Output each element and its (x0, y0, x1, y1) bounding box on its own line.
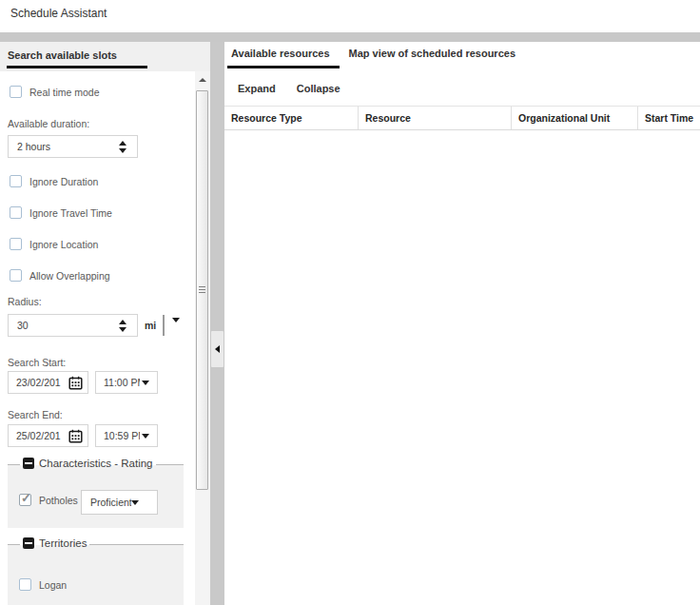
logan-row: Logan (19, 578, 67, 591)
radius-spinner-buttons[interactable] (119, 320, 126, 332)
spinner-up-icon[interactable] (119, 320, 126, 324)
search-end-date-value: 25/02/201 (9, 430, 68, 441)
real-time-mode-row: Real time mode (10, 86, 100, 98)
available-duration-label: Available duration: (8, 118, 89, 129)
search-start-date-field[interactable]: 23/02/201 (8, 371, 88, 394)
search-end-label: Search End: (8, 409, 63, 420)
arrow-up-icon (199, 78, 206, 82)
chevron-down-icon (142, 434, 149, 439)
ignore-travel-time-checkbox[interactable] (10, 206, 22, 219)
calendar-icon[interactable] (68, 429, 83, 443)
search-start-date-value: 23/02/201 (9, 377, 68, 388)
allow-overlapping-row: Allow Overlapping (10, 269, 110, 282)
collapse-button[interactable]: Collapse (297, 83, 340, 94)
real-time-mode-label: Real time mode (29, 87, 100, 98)
ignore-location-checkbox[interactable] (10, 238, 22, 250)
ignore-location-row: Ignore Location (10, 238, 98, 250)
real-time-mode-checkbox[interactable] (10, 86, 22, 98)
schedule-assistant-window: Schedule Assistant Search available slot… (0, 0, 700, 605)
tab-map-view[interactable]: Map view of scheduled resources (349, 48, 515, 59)
left-panel-scrollbar[interactable] (195, 71, 210, 605)
rating-value: Proficient (82, 497, 131, 508)
resources-panel: Available resources Map view of schedule… (224, 42, 700, 605)
territories-legend[interactable]: Territories (20, 537, 89, 549)
spinner-down-icon[interactable] (119, 148, 126, 153)
potholes-row: Potholes (19, 494, 78, 506)
page-title: Schedule Assistant (10, 7, 107, 20)
search-panel-title: Search available slots (8, 49, 117, 61)
header-divider (0, 32, 700, 42)
potholes-checkbox[interactable] (19, 494, 31, 506)
column-header-resource[interactable]: Resource (359, 107, 512, 129)
radius-stepper[interactable]: 30 (8, 314, 138, 337)
search-panel-content: Real time mode Available duration: 2 hou… (0, 71, 195, 605)
ignore-duration-checkbox[interactable] (10, 175, 22, 187)
territories-legend-label: Territories (39, 537, 87, 549)
column-header-label: Start Time (645, 112, 693, 124)
scrollbar-grip-icon (199, 286, 205, 294)
title-bar: Schedule Assistant (0, 0, 700, 32)
resources-tab-bar: Available resources Map view of schedule… (231, 48, 515, 59)
characteristics-rating-group: Characteristics - Rating Potholes Profic… (8, 464, 184, 528)
column-header-resource-type[interactable]: Resource Type (224, 107, 359, 129)
radius-unit-label: mi (145, 320, 156, 331)
column-header-organizational-unit[interactable]: Organizational Unit (512, 107, 638, 129)
characteristics-rating-legend-label: Characteristics - Rating (39, 458, 153, 469)
resources-table-header: Resource Type Resource Organizational Un… (224, 106, 700, 130)
scrollbar-thumb[interactable] (196, 90, 208, 490)
chevron-down-icon (142, 381, 149, 385)
column-header-label: Resource Type (231, 112, 302, 124)
chevron-down-icon (172, 318, 180, 339)
scrollbar-up-button[interactable] (195, 73, 210, 87)
search-panel: Search available slots Real time mode Av… (0, 42, 210, 605)
spinner-down-icon[interactable] (119, 327, 126, 332)
available-duration-value: 2 hours (9, 141, 119, 152)
search-panel-header: Search available slots (0, 42, 210, 71)
territories-group: Territories Logan (8, 544, 184, 605)
ignore-travel-time-row: Ignore Travel Time (10, 206, 112, 219)
ignore-duration-label: Ignore Duration (29, 176, 98, 187)
unit-divider (163, 315, 165, 336)
collapse-section-icon[interactable] (23, 537, 34, 549)
chevron-down-icon (131, 500, 139, 505)
collapse-section-icon[interactable] (23, 458, 34, 469)
resources-toolbar: Expand Collapse (238, 83, 340, 94)
calendar-icon[interactable] (68, 376, 83, 390)
radius-value: 30 (9, 320, 119, 331)
search-start-label: Search Start: (8, 357, 66, 368)
allow-overlapping-label: Allow Overlapping (29, 270, 110, 282)
radius-unit-dropdown[interactable] (172, 322, 180, 340)
arrow-left-icon (215, 345, 220, 353)
column-header-label: Organizational Unit (518, 112, 610, 124)
search-start-time-dropdown[interactable]: 11:00 PM (95, 371, 158, 394)
column-header-start-time[interactable]: Start Time (638, 107, 700, 129)
search-end-time-value: 10:59 PM (96, 430, 140, 441)
spinner-up-icon[interactable] (119, 141, 126, 146)
column-header-label: Resource (365, 112, 411, 124)
allow-overlapping-checkbox[interactable] (10, 269, 22, 282)
search-end-date-field[interactable]: 25/02/201 (8, 424, 88, 447)
tab-available-resources[interactable]: Available resources (231, 48, 330, 59)
search-end-time-dropdown[interactable]: 10:59 PM (95, 424, 158, 447)
logan-checkbox[interactable] (19, 578, 31, 591)
ignore-location-label: Ignore Location (29, 239, 98, 250)
search-start-time-value: 11:00 PM (96, 377, 140, 388)
panel-splitter[interactable] (210, 42, 224, 605)
rating-dropdown[interactable]: Proficient (81, 490, 158, 515)
ignore-duration-row: Ignore Duration (10, 175, 98, 187)
collapse-panel-button[interactable] (211, 331, 224, 367)
ignore-travel-time-label: Ignore Travel Time (29, 207, 112, 219)
duration-spinner-buttons[interactable] (119, 141, 126, 153)
characteristics-rating-legend[interactable]: Characteristics - Rating (20, 458, 156, 469)
radius-label: Radius: (8, 296, 42, 307)
potholes-label: Potholes (39, 495, 78, 506)
resources-table-body (224, 131, 700, 605)
expand-button[interactable]: Expand (238, 83, 276, 94)
logan-label: Logan (39, 579, 67, 591)
available-duration-stepper[interactable]: 2 hours (8, 135, 138, 158)
